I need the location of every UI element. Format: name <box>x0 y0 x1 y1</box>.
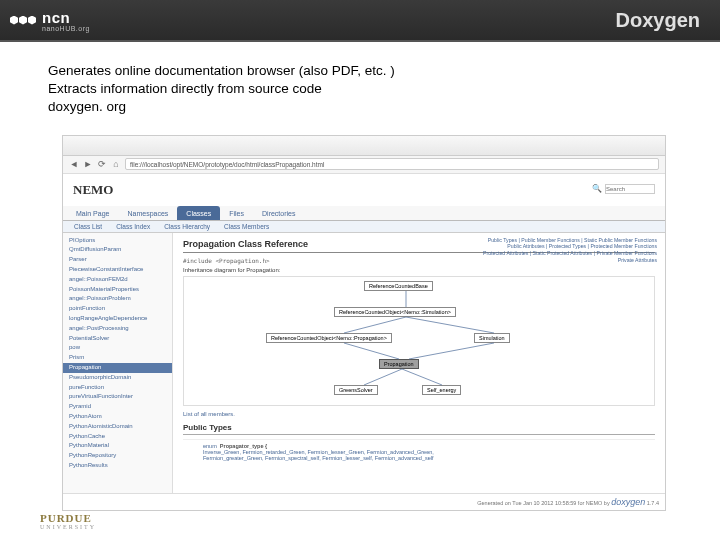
reload-icon[interactable]: ⟳ <box>97 159 107 169</box>
doxygen-footer: Generated on Tue Jan 10 2012 10:58:59 fo… <box>63 493 665 510</box>
sidebar-item[interactable]: angel::PoissonFEM2d <box>63 275 172 285</box>
svg-line-1 <box>344 317 406 333</box>
slide-header: ncn nanoHUB.org Doxygen <box>0 0 720 42</box>
purdue-logo: PURDUE UNIVERSITY <box>40 512 96 530</box>
summary-links[interactable]: Public Types | Public Member Functions |… <box>483 237 657 264</box>
sidebar-item[interactable]: Parser <box>63 255 172 265</box>
all-members-link[interactable]: List of all members. <box>183 411 655 417</box>
forward-icon[interactable]: ► <box>83 159 93 169</box>
sidebar-item[interactable]: pureVirtualFunctionInter <box>63 392 172 402</box>
hex-logo-icon <box>10 16 36 25</box>
sidebar-item[interactable]: PythonAtom <box>63 412 172 422</box>
bullet-2: Extracts information directly from sourc… <box>48 80 680 98</box>
subtab-class-list[interactable]: Class List <box>67 221 109 232</box>
svg-line-4 <box>409 343 494 359</box>
sidebar-item[interactable]: PotentialSolver <box>63 334 172 344</box>
main-tabs: Main Page Namespaces Classes Files Direc… <box>63 206 665 221</box>
svg-line-3 <box>344 343 399 359</box>
sidebar-item[interactable]: pow <box>63 343 172 353</box>
tab-directories[interactable]: Directories <box>253 206 304 220</box>
node-selfenergy[interactable]: Self_energy <box>422 385 461 395</box>
inheritance-caption: Inheritance diagram for Propagation: <box>183 267 655 273</box>
sidebar-item[interactable]: QmtDiffusionParam <box>63 245 172 255</box>
subtab-class-members[interactable]: Class Members <box>217 221 276 232</box>
doxygen-page: NEMO 🔍 Main Page Namespaces Classes File… <box>63 174 665 510</box>
sidebar-item[interactable]: Prism <box>63 353 172 363</box>
svg-line-2 <box>406 317 494 333</box>
sidebar-item[interactable]: Propagation <box>63 363 172 373</box>
doxygen-logo[interactable]: doxygen <box>611 497 645 507</box>
browser-window: ◄ ► ⟳ ⌂ file:///localhost/opt/NEMO/proto… <box>62 135 666 511</box>
tab-files[interactable]: Files <box>220 206 253 220</box>
brand-logo: ncn nanoHUB.org <box>10 9 90 32</box>
sidebar-item[interactable]: angel::PostProcessing <box>63 324 172 334</box>
back-icon[interactable]: ◄ <box>69 159 79 169</box>
sidebar-item[interactable]: angel::PoissonProblem <box>63 294 172 304</box>
node-refcountedobj-prop[interactable]: ReferenceCountedObject<Nemo::Propagation… <box>266 333 392 343</box>
browser-tabstrip <box>63 136 665 156</box>
node-refcountedobj-sim[interactable]: ReferenceCountedObject<Nemo::Simulation> <box>334 307 456 317</box>
tab-main-page[interactable]: Main Page <box>67 206 118 220</box>
sidebar-item[interactable]: Pyramid <box>63 402 172 412</box>
project-title: NEMO <box>73 182 655 198</box>
sidebar-item[interactable]: PythonCache <box>63 432 172 442</box>
sidebar-item[interactable]: PiecewiseConstantInterface <box>63 265 172 275</box>
subtab-class-index[interactable]: Class Index <box>109 221 157 232</box>
search-area: 🔍 <box>592 184 655 194</box>
subtab-class-hierarchy[interactable]: Class Hierarchy <box>157 221 217 232</box>
svg-line-6 <box>402 369 442 385</box>
sidebar-item[interactable]: PythonRepository <box>63 451 172 461</box>
doc-content: Public Types | Public Member Functions |… <box>173 233 665 493</box>
class-sidebar[interactable]: PIOptionsQmtDiffusionParamParserPiecewis… <box>63 233 173 493</box>
bullet-3: doxygen. org <box>48 98 680 116</box>
bullet-1: Generates online documentation browser (… <box>48 62 680 80</box>
tab-classes[interactable]: Classes <box>177 206 220 220</box>
search-icon: 🔍 <box>592 184 602 193</box>
sidebar-item[interactable]: longRangeAngleDependence <box>63 314 172 324</box>
home-icon[interactable]: ⌂ <box>111 159 121 169</box>
sidebar-item[interactable]: PIOptions <box>63 236 172 246</box>
sidebar-item[interactable]: PythonResults <box>63 461 172 471</box>
inheritance-diagram: ReferenceCountedBase ReferenceCountedObj… <box>183 276 655 406</box>
search-input[interactable] <box>605 184 655 194</box>
sidebar-item[interactable]: PoissonMaterialProperties <box>63 285 172 295</box>
brand-text: ncn nanoHUB.org <box>42 9 90 32</box>
enum-row: enum Propagator_type { Inverse_Green, Fe… <box>183 439 655 461</box>
node-simulation[interactable]: Simulation <box>474 333 510 343</box>
sidebar-item[interactable]: PseudomorphicDomain <box>63 373 172 383</box>
slide-title: Doxygen <box>616 9 700 32</box>
tab-namespaces[interactable]: Namespaces <box>118 206 177 220</box>
node-greenssolver[interactable]: GreensSolver <box>334 385 378 395</box>
svg-line-5 <box>364 369 402 385</box>
bullet-list: Generates online documentation browser (… <box>48 62 680 117</box>
address-bar[interactable]: file:///localhost/opt/NEMO/prototype/doc… <box>125 158 659 170</box>
sub-tabs: Class List Class Index Class Hierarchy C… <box>63 221 665 233</box>
node-refcountedbase[interactable]: ReferenceCountedBase <box>364 281 433 291</box>
browser-toolbar: ◄ ► ⟳ ⌂ file:///localhost/opt/NEMO/proto… <box>63 156 665 174</box>
sidebar-item[interactable]: pureFunction <box>63 383 172 393</box>
sidebar-item[interactable]: PythonAtomisticDomain <box>63 422 172 432</box>
node-propagation[interactable]: Propagation <box>379 359 419 369</box>
sidebar-item[interactable]: PythonMaterial <box>63 441 172 451</box>
slide-body: Generates online documentation browser (… <box>0 42 720 521</box>
sidebar-item[interactable]: pointFunction <box>63 304 172 314</box>
section-public-types: Public Types <box>183 423 655 435</box>
